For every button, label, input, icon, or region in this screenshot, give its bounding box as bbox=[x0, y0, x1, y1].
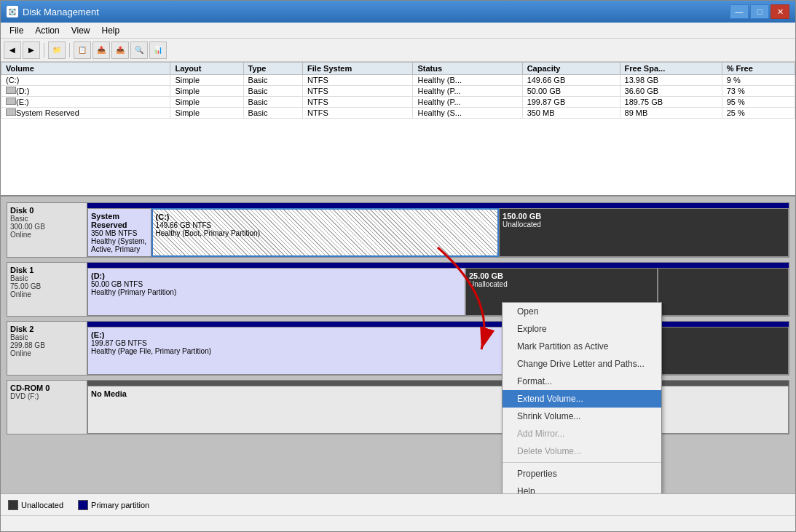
cdrom0-row: CD-ROM 0 DVD (F:) No Media bbox=[7, 380, 789, 434]
col-volume[interactable]: Volume bbox=[1, 63, 170, 75]
disk0-type: Basic bbox=[10, 215, 84, 223]
toolbar-btn3[interactable]: 📋 bbox=[74, 41, 91, 59]
cdrom0-status: No Media bbox=[91, 389, 785, 398]
disk1-row: Disk 1 Basic 75.00 GB Online (D:) 50.00 … bbox=[7, 262, 789, 317]
menu-bar: File Action View Help bbox=[1, 23, 795, 39]
cdrom0-inner: No Media bbox=[87, 386, 789, 434]
disk2-type: Basic bbox=[10, 333, 84, 341]
legend-unalloc-box bbox=[8, 500, 18, 510]
menu-help[interactable]: Help bbox=[96, 24, 126, 37]
volume-table: Volume Layout Type File System Status Ca… bbox=[1, 62, 795, 119]
disk1-blue-bar bbox=[87, 263, 789, 268]
disk1-partitions-inner: (D:) 50.00 GB NTFS Healthy (Primary Part… bbox=[87, 268, 789, 316]
table-row[interactable]: (C:) Simple Basic NTFS Healthy (B... 149… bbox=[1, 75, 795, 86]
disk0-status: Online bbox=[10, 231, 84, 239]
toolbar-sep-1 bbox=[44, 43, 44, 57]
disk0-blue-bar bbox=[87, 203, 789, 208]
disk0-partitions-inner: System Reserved 350 MB NTFS Healthy (Sys… bbox=[87, 208, 789, 257]
context-menu-add-mirror: Add Mirror... bbox=[503, 425, 661, 442]
disk1-d-partition[interactable]: (D:) 50.00 GB NTFS Healthy (Primary Part… bbox=[87, 268, 465, 316]
table-row[interactable]: (D:) Simple Basic NTFS Healthy (P... 50.… bbox=[1, 86, 795, 97]
cdrom0-name: CD-ROM 0 bbox=[10, 384, 84, 392]
toolbar: ◀ ▶ 📁 📋 📥 📤 🔍 📊 bbox=[1, 39, 795, 62]
toolbar-up[interactable]: 📁 bbox=[48, 41, 66, 59]
cdrom0-no-media[interactable]: No Media bbox=[87, 386, 789, 434]
context-menu-open[interactable]: Open bbox=[503, 303, 661, 320]
context-menu-delete: Delete Volume... bbox=[503, 442, 661, 460]
toolbar-btn4[interactable]: 📥 bbox=[92, 41, 110, 59]
legend-primary-label: Primary partition bbox=[91, 501, 149, 509]
disk0-label: Disk 0 Basic 300.00 GB Online bbox=[7, 203, 87, 257]
disk1-status: Online bbox=[10, 290, 84, 298]
row0-volume: (C:) bbox=[1, 75, 170, 86]
menu-action[interactable]: Action bbox=[29, 24, 65, 37]
app-icon: 💽 bbox=[7, 6, 18, 17]
col-fs[interactable]: File System bbox=[303, 63, 413, 75]
context-menu-change-drive[interactable]: Change Drive Letter and Paths... bbox=[503, 355, 661, 373]
disk2-partitions: (E:) 199.87 GB NTFS Healthy (Page File, … bbox=[87, 322, 789, 375]
table-row[interactable]: System Reserved Simple Basic NTFS Health… bbox=[1, 108, 795, 119]
disk1-label: Disk 1 Basic 75.00 GB Online bbox=[7, 263, 87, 316]
disk0-unallocated[interactable]: 150.00 GB Unallocated bbox=[499, 208, 789, 257]
context-menu-properties[interactable]: Properties bbox=[503, 465, 661, 483]
disk1-size: 75.00 GB bbox=[10, 282, 84, 290]
minimize-button[interactable]: — bbox=[730, 4, 749, 19]
disk0-system-reserved[interactable]: System Reserved 350 MB NTFS Healthy (Sys… bbox=[87, 208, 151, 257]
disk2-partitions-inner: (E:) 199.87 GB NTFS Healthy (Page File, … bbox=[87, 327, 789, 375]
title-bar: 💽 Disk Management — □ ✕ bbox=[1, 1, 795, 23]
cdrom0-label: CD-ROM 0 DVD (F:) bbox=[7, 381, 87, 434]
volume-table-panel: Volume Layout Type File System Status Ca… bbox=[1, 62, 795, 196]
col-status[interactable]: Status bbox=[413, 63, 522, 75]
disk0-row: Disk 0 Basic 300.00 GB Online System Res… bbox=[7, 202, 789, 258]
legend-primary-box bbox=[78, 500, 88, 510]
menu-view[interactable]: View bbox=[66, 24, 96, 37]
context-menu-extend[interactable]: Extend Volume... bbox=[503, 390, 661, 408]
disk2-status: Online bbox=[10, 349, 84, 357]
close-button[interactable]: ✕ bbox=[771, 4, 789, 19]
context-menu-help[interactable]: Help bbox=[503, 483, 661, 493]
toolbar-btn6[interactable]: 🔍 bbox=[130, 41, 148, 59]
legend-bar: Unallocated Primary partition bbox=[1, 493, 795, 515]
toolbar-btn5[interactable]: 📤 bbox=[111, 41, 129, 59]
toolbar-sep-2 bbox=[69, 43, 70, 57]
row2-volume: (E:) bbox=[1, 97, 170, 108]
legend-primary: Primary partition bbox=[78, 500, 149, 510]
disk2-label: Disk 2 Basic 299.88 GB Online bbox=[7, 322, 87, 375]
window-title: Disk Management bbox=[23, 7, 99, 17]
context-menu-explore[interactable]: Explore bbox=[503, 320, 661, 338]
disk-visual-panel: Disk 0 Basic 300.00 GB Online System Res… bbox=[1, 196, 795, 493]
col-pct[interactable]: % Free bbox=[722, 63, 795, 75]
disk1-partitions: (D:) 50.00 GB NTFS Healthy (Primary Part… bbox=[87, 263, 789, 316]
disk1-small-unalloc[interactable] bbox=[658, 268, 789, 316]
table-row[interactable]: (E:) Simple Basic NTFS Healthy (P... 199… bbox=[1, 97, 795, 108]
toolbar-btn7[interactable]: 📊 bbox=[149, 41, 167, 59]
disk0-name: Disk 0 bbox=[10, 206, 84, 215]
legend-unalloc-label: Unallocated bbox=[21, 501, 63, 509]
col-free[interactable]: Free Spa... bbox=[620, 63, 722, 75]
row1-volume: (D:) bbox=[1, 86, 170, 97]
row3-volume: System Reserved bbox=[1, 108, 170, 119]
context-menu-sep bbox=[503, 462, 661, 463]
disk0-c-partition[interactable]: (C:) 149.66 GB NTFS Healthy (Boot, Prima… bbox=[151, 208, 500, 257]
context-menu-mark-active[interactable]: Mark Partition as Active bbox=[503, 338, 661, 355]
disk2-blue-bar bbox=[87, 322, 789, 327]
col-type[interactable]: Type bbox=[243, 63, 302, 75]
status-bar bbox=[1, 515, 795, 531]
context-menu-format[interactable]: Format... bbox=[503, 373, 661, 390]
toolbar-back[interactable]: ◀ bbox=[4, 41, 21, 59]
title-bar-controls: — □ ✕ bbox=[730, 4, 789, 19]
toolbar-forward[interactable]: ▶ bbox=[23, 41, 40, 59]
col-layout[interactable]: Layout bbox=[170, 63, 243, 75]
title-bar-left: 💽 Disk Management bbox=[7, 6, 99, 17]
col-capacity[interactable]: Capacity bbox=[522, 63, 620, 75]
cdrom0-partitions: No Media bbox=[87, 381, 789, 434]
disk0-size: 300.00 GB bbox=[10, 223, 84, 231]
disk2-name: Disk 2 bbox=[10, 325, 84, 333]
content-area: Volume Layout Type File System Status Ca… bbox=[1, 62, 795, 493]
maximize-button[interactable]: □ bbox=[750, 4, 769, 19]
cdrom0-bar bbox=[87, 381, 789, 386]
context-menu-shrink[interactable]: Shrink Volume... bbox=[503, 408, 661, 425]
disk1-type: Basic bbox=[10, 274, 84, 282]
disk0-partitions: System Reserved 350 MB NTFS Healthy (Sys… bbox=[87, 203, 789, 257]
menu-file[interactable]: File bbox=[4, 24, 29, 37]
